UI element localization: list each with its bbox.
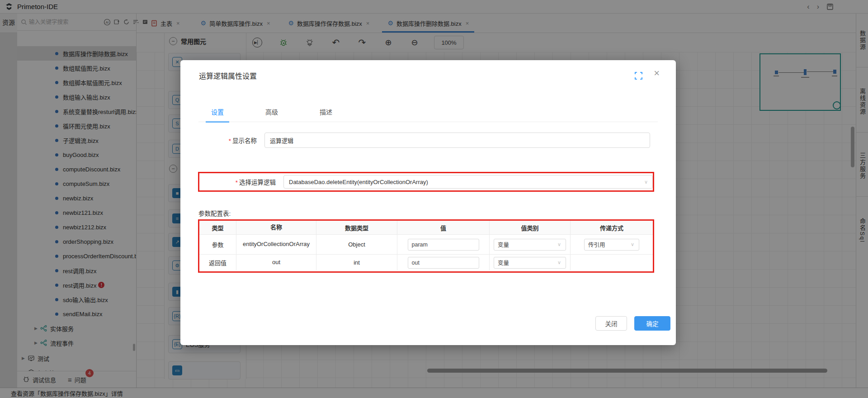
param-table: 类型 名称 数据类型 值 值类别 传递方式 参数 entityOrCollect… (199, 221, 653, 270)
param-value-input[interactable] (408, 257, 479, 269)
tab-advanced[interactable]: 高级 (265, 107, 278, 122)
required-mark: * (229, 137, 231, 144)
param-data-type: int (316, 254, 397, 270)
col-header: 类型 (199, 221, 236, 234)
dialog-footer: 关闭 确定 (180, 316, 676, 333)
param-table-highlight: 类型 名称 数据类型 值 值类别 传递方式 参数 entityOrCollect… (198, 219, 654, 273)
pass-mode-select[interactable]: 传引用 ∨ (584, 239, 639, 251)
chevron-down-icon: ∨ (557, 260, 561, 265)
col-header: 值类别 (490, 221, 571, 234)
param-name: entityOrCollectionOrArray (236, 234, 316, 254)
param-table-header: 类型 名称 数据类型 值 值类别 传递方式 (199, 221, 653, 234)
chevron-down-icon: ∨ (557, 242, 561, 247)
logic-select[interactable]: DatabaseDao.deleteEntity(entityOrCollect… (283, 175, 653, 189)
col-header: 数据类型 (316, 221, 397, 234)
pass-mode-empty (571, 254, 653, 270)
param-name: out (236, 254, 316, 270)
chevron-down-icon: ∨ (631, 242, 634, 247)
value-category-select[interactable]: 变量 ∨ (494, 239, 566, 251)
param-value-input[interactable] (408, 239, 479, 251)
logic-select-row: *选择运算逻辑 DatabaseDao.deleteEntity(entityO… (199, 175, 653, 189)
param-row: 返回值 out int 变量 ∨ (199, 254, 653, 270)
close-icon[interactable]: × (654, 68, 660, 78)
value-category-select[interactable]: 变量 ∨ (494, 257, 566, 269)
logic-select-highlight: *选择运算逻辑 DatabaseDao.deleteEntity(entityO… (198, 172, 654, 192)
required-mark: * (236, 179, 238, 186)
display-name-label: 显示名称 (232, 137, 257, 144)
fullscreen-icon[interactable] (635, 72, 642, 80)
dialog-tabs: 设置 高级 描述 (211, 107, 332, 122)
logic-properties-dialog: 运算逻辑属性设置 × 设置 高级 描述 *显示名称 *选择运算逻辑 Databa… (180, 60, 676, 345)
param-row: 参数 entityOrCollectionOrArray Object 变量 ∨… (199, 234, 653, 254)
col-header: 传递方式 (571, 221, 653, 234)
tab-settings[interactable]: 设置 (211, 107, 224, 122)
param-table-label: 参数配置表: (198, 208, 231, 218)
col-header: 名称 (236, 221, 316, 234)
display-name-input[interactable] (264, 133, 650, 148)
logic-select-value: DatabaseDao.deleteEntity(entityOrCollect… (289, 179, 428, 185)
tabs-divider (198, 122, 658, 122)
tab-description[interactable]: 描述 (320, 107, 332, 122)
col-header: 值 (397, 221, 490, 234)
param-type: 返回值 (199, 254, 236, 270)
ok-button[interactable]: 确定 (634, 316, 670, 331)
display-name-row: *显示名称 (180, 133, 676, 148)
chevron-down-icon: ∨ (644, 179, 648, 185)
logic-select-label: 选择运算逻辑 (239, 179, 276, 186)
dialog-title: 运算逻辑属性设置 (199, 70, 257, 81)
param-type: 参数 (199, 234, 236, 254)
param-data-type: Object (316, 234, 397, 254)
primeton-ide-window: Primeton-IDE ‹ › 资源 AI (0, 0, 868, 398)
close-button[interactable]: 关闭 (595, 316, 627, 331)
